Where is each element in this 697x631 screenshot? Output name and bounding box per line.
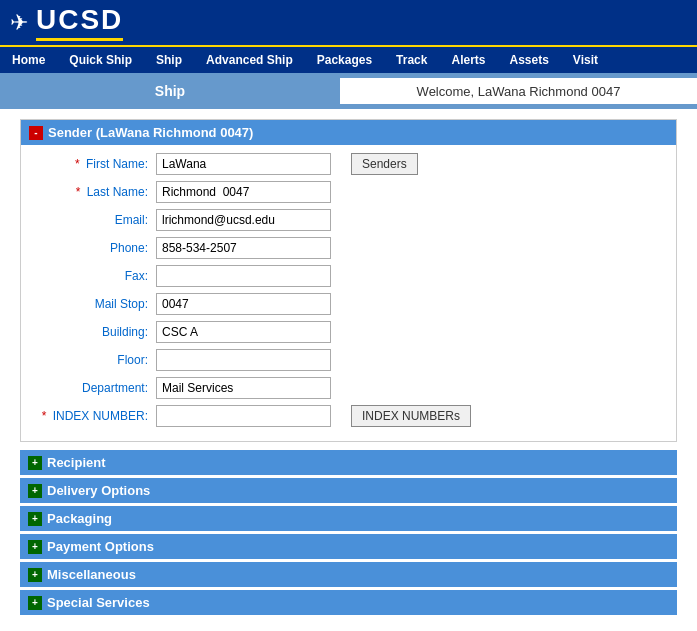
- welcome-message: Welcome, LaWana Richmond 0047: [340, 78, 697, 104]
- packaging-section-header[interactable]: + Packaging: [20, 506, 677, 531]
- nav-quick-ship[interactable]: Quick Ship: [57, 46, 144, 74]
- floor-input[interactable]: [156, 349, 331, 371]
- last-name-label: * Last Name:: [36, 185, 156, 199]
- phone-row: Phone:: [36, 237, 661, 259]
- nav-advanced-ship[interactable]: Advanced Ship: [194, 46, 305, 74]
- logo-ship-icon: ✈: [10, 10, 28, 36]
- first-name-row: * First Name: Senders: [36, 153, 661, 175]
- miscellaneous-label: Miscellaneous: [47, 567, 136, 582]
- sender-body: * First Name: Senders * Last Name: Email…: [21, 145, 676, 441]
- phone-label: Phone:: [36, 241, 156, 255]
- mail-stop-row: Mail Stop:: [36, 293, 661, 315]
- nav-assets[interactable]: Assets: [497, 46, 560, 74]
- sender-collapse-icon[interactable]: -: [29, 126, 43, 140]
- nav-ship[interactable]: Ship: [144, 46, 194, 74]
- app-header: ✈ UCSD: [0, 0, 697, 45]
- senders-button[interactable]: Senders: [351, 153, 418, 175]
- index-number-label: * INDEX NUMBER:: [36, 409, 156, 423]
- recipient-expand-icon[interactable]: +: [28, 456, 42, 470]
- senders-button-container: Senders: [351, 153, 418, 175]
- recipient-section-header[interactable]: + Recipient: [20, 450, 677, 475]
- department-label: Department:: [36, 381, 156, 395]
- index-numbers-button[interactable]: INDEX NUMBERs: [351, 405, 471, 427]
- logo-wrapper: UCSD: [36, 4, 123, 41]
- sender-section-title: Sender (LaWana Richmond 0047): [48, 125, 253, 140]
- floor-row: Floor:: [36, 349, 661, 371]
- sender-section: - Sender (LaWana Richmond 0047) * First …: [20, 119, 677, 442]
- email-label: Email:: [36, 213, 156, 227]
- floor-label: Floor:: [36, 353, 156, 367]
- delivery-options-label: Delivery Options: [47, 483, 150, 498]
- logo-underline: [36, 38, 123, 41]
- fax-row: Fax:: [36, 265, 661, 287]
- payment-options-section-header[interactable]: + Payment Options: [20, 534, 677, 559]
- misc-expand-icon[interactable]: +: [28, 568, 42, 582]
- packaging-expand-icon[interactable]: +: [28, 512, 42, 526]
- index-number-input[interactable]: [156, 405, 331, 427]
- phone-input[interactable]: [156, 237, 331, 259]
- miscellaneous-section-header[interactable]: + Miscellaneous: [20, 562, 677, 587]
- fax-label: Fax:: [36, 269, 156, 283]
- page-header-bar: Ship Welcome, LaWana Richmond 0047: [0, 73, 697, 109]
- last-name-input[interactable]: [156, 181, 331, 203]
- first-name-input[interactable]: [156, 153, 331, 175]
- last-name-row: * Last Name:: [36, 181, 661, 203]
- first-name-required: *: [75, 157, 80, 171]
- delivery-expand-icon[interactable]: +: [28, 484, 42, 498]
- payment-options-label: Payment Options: [47, 539, 154, 554]
- nav-alerts[interactable]: Alerts: [439, 46, 497, 74]
- recipient-label: Recipient: [47, 455, 106, 470]
- special-expand-icon[interactable]: +: [28, 596, 42, 610]
- building-input[interactable]: [156, 321, 331, 343]
- packaging-label: Packaging: [47, 511, 112, 526]
- index-number-row: * INDEX NUMBER: INDEX NUMBERs: [36, 405, 661, 427]
- delivery-options-section-header[interactable]: + Delivery Options: [20, 478, 677, 503]
- main-content: - Sender (LaWana Richmond 0047) * First …: [0, 109, 697, 631]
- special-services-section-header[interactable]: + Special Services: [20, 590, 677, 615]
- navigation: Home Quick Ship Ship Advanced Ship Packa…: [0, 45, 697, 73]
- index-numbers-button-container: INDEX NUMBERs: [351, 405, 471, 427]
- fax-input[interactable]: [156, 265, 331, 287]
- nav-track[interactable]: Track: [384, 46, 439, 74]
- building-row: Building:: [36, 321, 661, 343]
- mail-stop-label: Mail Stop:: [36, 297, 156, 311]
- email-row: Email:: [36, 209, 661, 231]
- payment-expand-icon[interactable]: +: [28, 540, 42, 554]
- department-row: Department:: [36, 377, 661, 399]
- page-title: Ship: [0, 78, 340, 104]
- sender-section-header: - Sender (LaWana Richmond 0047): [21, 120, 676, 145]
- email-input[interactable]: [156, 209, 331, 231]
- nav-packages[interactable]: Packages: [305, 46, 384, 74]
- nav-home[interactable]: Home: [0, 46, 57, 74]
- collapsible-sections: + Recipient + Delivery Options + Packagi…: [20, 450, 677, 615]
- index-required: *: [42, 409, 47, 423]
- last-name-required: *: [76, 185, 81, 199]
- nav-visit[interactable]: Visit: [561, 46, 610, 74]
- first-name-label: * First Name:: [36, 157, 156, 171]
- special-services-label: Special Services: [47, 595, 150, 610]
- building-label: Building:: [36, 325, 156, 339]
- mail-stop-input[interactable]: [156, 293, 331, 315]
- logo-area: ✈ UCSD: [10, 4, 123, 41]
- department-input[interactable]: [156, 377, 331, 399]
- logo-text: UCSD: [36, 4, 123, 36]
